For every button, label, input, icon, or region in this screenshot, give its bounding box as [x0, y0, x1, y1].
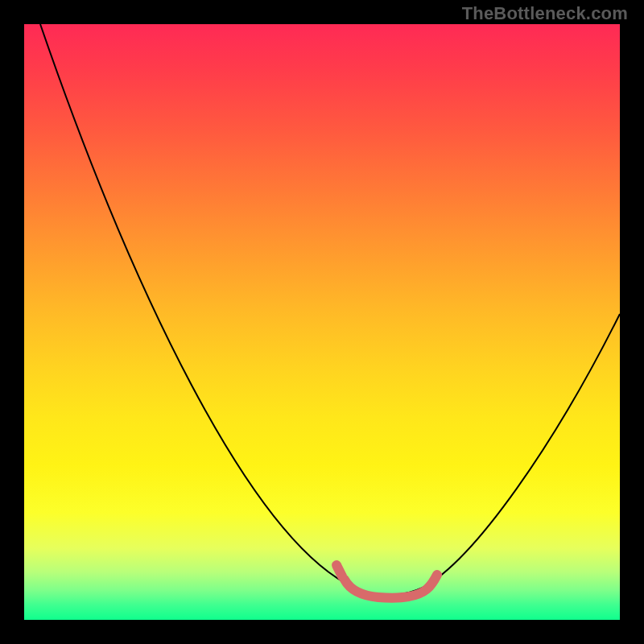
- watermark-text: TheBottleneck.com: [462, 3, 628, 24]
- bottleneck-curve: [40, 24, 620, 595]
- curve-layer: [24, 24, 620, 620]
- optimal-zone-marker: [345, 575, 437, 598]
- plot-area: [24, 24, 620, 620]
- chart-frame: TheBottleneck.com: [0, 0, 644, 644]
- optimal-zone-marker-left-tip: [336, 565, 342, 576]
